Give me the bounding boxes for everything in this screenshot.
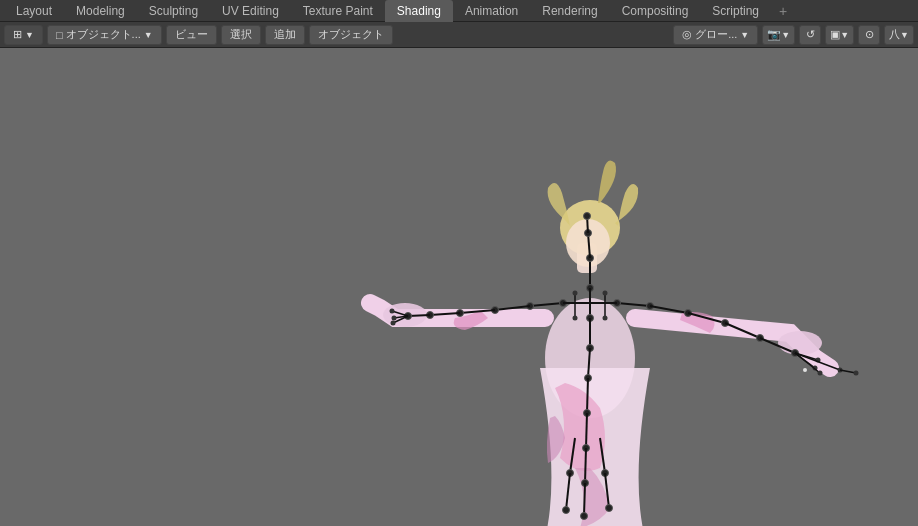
svg-point-40 xyxy=(391,321,396,326)
object-button[interactable]: オブジェクト xyxy=(309,25,393,45)
tab-compositing[interactable]: Compositing xyxy=(610,0,701,22)
character-viewport-svg xyxy=(0,48,918,526)
svg-point-3 xyxy=(778,331,822,355)
svg-line-18 xyxy=(586,413,587,448)
tab-sculpting[interactable]: Sculpting xyxy=(137,0,210,22)
svg-rect-0 xyxy=(0,48,918,526)
mode-icon: ⊞ xyxy=(13,28,22,41)
overlay-btn[interactable]: ⊙ xyxy=(858,25,880,45)
svg-line-20 xyxy=(585,448,586,483)
svg-point-80 xyxy=(603,316,608,321)
rotate-icon: ↺ xyxy=(806,28,815,41)
svg-line-16 xyxy=(587,378,588,413)
mode-chevron-icon: ▼ xyxy=(25,30,34,40)
extra-chevron-icon: ▼ xyxy=(900,30,909,40)
display-chevron-icon: ▼ xyxy=(840,30,849,40)
extra-btn[interactable]: 八 ▼ xyxy=(884,25,914,45)
svg-point-79 xyxy=(603,291,608,296)
svg-point-70 xyxy=(563,507,570,514)
svg-point-61 xyxy=(854,371,859,376)
rotate-btn[interactable]: ↺ xyxy=(799,25,821,45)
svg-line-22 xyxy=(584,483,585,516)
extra-icon: 八 xyxy=(889,27,900,42)
add-tab-button[interactable]: + xyxy=(771,0,795,22)
object-mode-icon: □ xyxy=(56,29,63,41)
view-button[interactable]: ビュー xyxy=(166,25,217,45)
svg-point-77 xyxy=(573,316,578,321)
camera-chevron-icon: ▼ xyxy=(781,30,790,40)
tab-texture-paint[interactable]: Texture Paint xyxy=(291,0,385,22)
overlay-icon: ⊙ xyxy=(865,28,874,41)
tab-shading[interactable]: Shading xyxy=(385,0,453,22)
display-mode-btn[interactable]: ▣ ▼ xyxy=(825,25,854,45)
tab-rendering[interactable]: Rendering xyxy=(530,0,609,22)
mode-icon-btn[interactable]: ⊞ ▼ xyxy=(4,25,43,45)
svg-point-36 xyxy=(390,309,395,314)
svg-point-65 xyxy=(584,213,591,220)
object-mode-label: オブジェクト... xyxy=(66,27,141,42)
svg-point-23 xyxy=(581,513,588,520)
display-icon: ▣ xyxy=(830,28,840,41)
object-mode-chevron-icon: ▼ xyxy=(144,30,153,40)
viewport-shading-selector[interactable]: ◎ グロー... ▼ xyxy=(673,25,758,45)
tab-layout[interactable]: Layout xyxy=(4,0,64,22)
toolbar: ⊞ ▼ □ オブジェクト... ▼ ビュー 選択 追加 オブジェクト ◎ グロー… xyxy=(0,22,918,48)
svg-point-81 xyxy=(803,368,807,372)
shading-chevron-icon: ▼ xyxy=(740,30,749,40)
tab-uv-editing[interactable]: UV Editing xyxy=(210,0,291,22)
camera-icon: 📷 xyxy=(767,28,781,41)
tab-scripting[interactable]: Scripting xyxy=(700,0,771,22)
viewport[interactable]: ユーザー・透視投影 (1) Collection xyxy=(0,48,918,526)
tab-modeling[interactable]: Modeling xyxy=(64,0,137,22)
svg-point-76 xyxy=(573,291,578,296)
shading-icon: ◎ xyxy=(682,28,692,41)
object-mode-selector[interactable]: □ オブジェクト... ▼ xyxy=(47,25,162,45)
svg-point-57 xyxy=(818,371,823,376)
tab-animation[interactable]: Animation xyxy=(453,0,530,22)
toolbar-right: ◎ グロー... ▼ 📷 ▼ ↺ ▣ ▼ ⊙ 八 ▼ xyxy=(673,25,914,45)
svg-point-74 xyxy=(606,505,613,512)
tab-bar: Layout Modeling Sculpting UV Editing Tex… xyxy=(0,0,918,22)
select-button[interactable]: 選択 xyxy=(221,25,261,45)
svg-point-38 xyxy=(392,316,397,321)
camera-btn[interactable]: 📷 ▼ xyxy=(762,25,795,45)
add-button[interactable]: 追加 xyxy=(265,25,305,45)
shading-label: グロー... xyxy=(695,27,737,42)
